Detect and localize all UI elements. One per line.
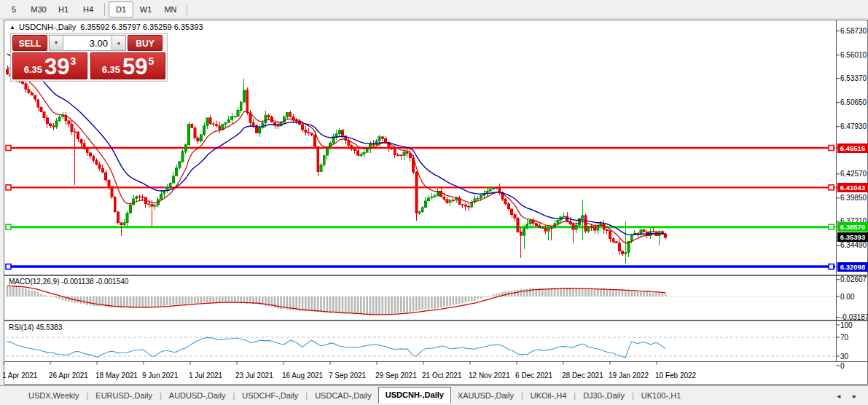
date-axis-label: 7 Sep 2021 xyxy=(329,371,366,380)
level-price-badge[interactable]: 6.32098 xyxy=(837,262,868,272)
chart-tab-usdchf-daily[interactable]: USDCHF-,Daily xyxy=(235,388,305,404)
sell-button[interactable]: SELL xyxy=(12,35,47,51)
price-axis-label: 6.53370 xyxy=(840,74,867,82)
rsi-label: RSI(14) 45.5383 xyxy=(9,323,62,331)
buy-price-sup: 5 xyxy=(149,55,155,67)
volume-decrease-button[interactable]: ▼ xyxy=(49,35,63,51)
rsi-axis-label: 70 xyxy=(840,334,848,342)
price-axis-label: 6.56010 xyxy=(840,51,867,59)
level-price-badge[interactable]: 6.41043 xyxy=(837,183,868,192)
price-axis-label: 6.39850 xyxy=(840,194,867,202)
one-click-trading-panel: SELL ▼ ▲ BUY 6.35 39 3 6.35 59 5 xyxy=(10,33,168,82)
chart-tab-xauusd-daily[interactable]: XAUUSD-,Daily xyxy=(451,388,520,404)
buy-button[interactable]: BUY xyxy=(128,35,163,51)
buy-price-base: 6.35 xyxy=(102,64,120,75)
level-price-badge[interactable]: 6.45515 xyxy=(837,143,868,153)
level-price-badge[interactable]: 6.36570 xyxy=(837,222,868,232)
sell-price-base: 6.35 xyxy=(24,64,42,75)
macd-axis-label: 0.02607 xyxy=(840,275,867,283)
rsi-axis-label: 30 xyxy=(840,353,848,361)
macd-label: MACD(12,26,9) -0.001138 -0.001540 xyxy=(9,278,128,286)
price-axis-label: 6.34490 xyxy=(840,241,867,249)
tab-scroll-left-icon[interactable]: ◂ xyxy=(837,392,840,400)
chart-tab-bar: USDX,Weekly|EURUSD-,Daily|AUDUSD-,Daily|… xyxy=(0,385,868,405)
date-axis-label: 23 Jul 2021 xyxy=(235,371,273,380)
chart-tab-uk100-h1[interactable]: UK100-,H1 xyxy=(635,388,687,404)
chart-title: ▲USDCNH-,Daily 6.35592 6.35797 6.35259 6… xyxy=(9,23,203,31)
sell-price-sup: 3 xyxy=(71,55,77,67)
sell-price-big: 39 xyxy=(44,56,69,78)
price-axis-label: 6.47930 xyxy=(840,122,867,130)
date-axis-label: 19 Jan 2022 xyxy=(609,371,649,380)
date-axis-label: 1 Jul 2021 xyxy=(189,371,222,380)
date-axis-label: 29 Sep 2021 xyxy=(375,371,417,380)
chart-ohlc-values: 6.35592 6.35797 6.35259 6.35393 xyxy=(80,23,203,31)
chart-tab-usdcnh-daily[interactable]: USDCNH-,Daily xyxy=(378,387,451,404)
buy-price-big: 59 xyxy=(122,56,147,78)
rsi-axis-label: 0 xyxy=(840,362,845,370)
tab-scroll-right-icon[interactable]: ▸ xyxy=(853,392,856,400)
price-axis-label: 6.50650 xyxy=(840,98,867,106)
rsi-axis-label: 100 xyxy=(840,321,853,329)
price-axis-label: 6.42570 xyxy=(840,170,867,178)
volume-increase-button[interactable]: ▲ xyxy=(112,35,126,51)
date-axis-label: 26 Apr 2021 xyxy=(49,371,88,380)
chart-tab-usdx-weekly[interactable]: USDX,Weekly xyxy=(22,388,85,404)
rsi-value: 45.5383 xyxy=(36,323,62,331)
buy-price-button[interactable]: 6.35 59 5 xyxy=(90,52,165,79)
macd-axis-label: 0.00 xyxy=(840,293,854,301)
tab-scroll-arrows: ◂ ▸ xyxy=(826,392,856,400)
volume-input[interactable] xyxy=(63,35,112,51)
date-axis-label: 21 Oct 2021 xyxy=(422,371,461,380)
sell-price-button[interactable]: 6.35 39 3 xyxy=(12,52,87,79)
current-price-badge[interactable]: 6.35393 xyxy=(837,232,868,242)
date-axis-label: 6 Dec 2021 xyxy=(515,371,552,380)
date-axis-label: 12 Nov 2021 xyxy=(469,371,510,380)
date-axis-label: 1 Apr 2021 xyxy=(2,371,37,380)
collapse-triangle-icon[interactable]: ▲ xyxy=(9,24,15,31)
macd-values: -0.001138 -0.001540 xyxy=(61,278,128,286)
price-axis-label: 6.58730 xyxy=(840,27,867,35)
chart-tab-audusd-daily[interactable]: AUDUSD-,Daily xyxy=(163,388,232,404)
date-axis-label: 28 Dec 2021 xyxy=(562,371,603,380)
chart-symbol-label: USDCNH-,Daily xyxy=(19,23,76,31)
date-axis-label: 10 Feb 2022 xyxy=(655,371,696,380)
chart-tab-eurusd-daily[interactable]: EURUSD-,Daily xyxy=(89,388,159,404)
chart-tab-ukoil-h4[interactable]: UKOil-,H4 xyxy=(524,388,574,404)
chart-tab-usdcad-daily[interactable]: USDCAD-,Daily xyxy=(308,388,378,404)
date-axis-label: 9 Jun 2021 xyxy=(142,371,179,380)
date-axis-label: 18 May 2021 xyxy=(95,371,138,380)
macd-axis-label: -0.03187 xyxy=(840,313,868,321)
date-axis-label: 16 Aug 2021 xyxy=(282,371,323,380)
chart-tab-dj30-daily[interactable]: DJ30-,Daily xyxy=(576,388,631,404)
